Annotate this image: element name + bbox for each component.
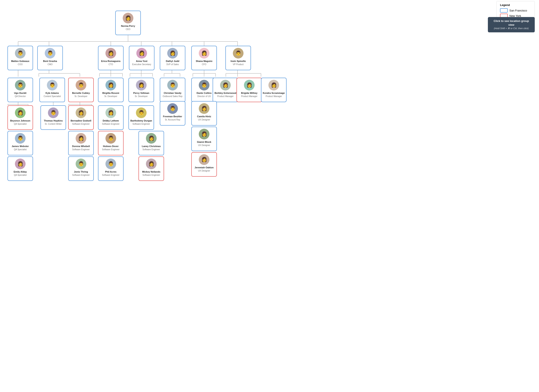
- card-holmes[interactable]: 👨 Holmes Dever Software Engineer: [98, 131, 124, 155]
- title-christian: Outbound Sales Rep: [163, 95, 183, 98]
- name-bartholemy: Bartholemy Durgan: [130, 119, 152, 122]
- avatar-jeremiah: 👩: [199, 154, 209, 165]
- title-beyonce: QA Specialist: [14, 123, 26, 125]
- name-dante: Dante Collins: [197, 91, 212, 94]
- avatar-birgitta: 👩: [106, 80, 116, 90]
- org-chart-container: Legend San Francisco New York Click to s…: [0, 0, 539, 392]
- card-phil[interactable]: 👨 Phil Acres Software Engineer: [98, 156, 124, 181]
- card-bernelle[interactable]: 👨 Bernelle Cubley Sr. Developer: [68, 78, 94, 102]
- card-matteo[interactable]: 👨 Matteo Gobeaux COO: [7, 46, 33, 70]
- card-beyonce[interactable]: 👩 Beyonce Johnson QA Specialist: [7, 105, 33, 130]
- name-bernadine: Bernadine Godsell: [71, 119, 91, 122]
- avatar-kendra: 👩: [269, 80, 279, 90]
- title-brigida: Product Manager: [241, 95, 258, 98]
- name-irwin: Irwin Spinello: [231, 60, 246, 63]
- title-debby: Software Engineer: [102, 123, 120, 125]
- card-dorena[interactable]: 👩 Dorena Whebell Software Engineer: [68, 131, 94, 155]
- title-emily: QA Specialist: [14, 174, 26, 176]
- title-holmes: Software Engineer: [102, 148, 120, 151]
- title-phil: Software Engineer: [102, 174, 120, 176]
- card-jonis[interactable]: 👨 Jonis Thring Software Engineer: [68, 156, 94, 181]
- title-matteo: COO: [18, 63, 23, 66]
- title-kyle: Content Specialist: [44, 95, 61, 98]
- name-shana: Shana Maguire: [196, 60, 212, 63]
- title-thomas: Sr. Content Writer: [45, 123, 62, 125]
- name-gianni: Gianni Block: [197, 141, 211, 143]
- card-kendra[interactable]: 👩 Kendra Scrammage Product Manager: [261, 78, 287, 102]
- avatar-bartholemy: 👨: [136, 108, 147, 118]
- card-irwin[interactable]: 👨 Irwin Spinello VP Product: [225, 46, 251, 70]
- title-norma: CEO: [126, 28, 130, 31]
- card-birgitta[interactable]: 👩 Birgitta Rosoni Sr. Developer: [98, 78, 124, 102]
- title-kendra: Product Manager: [266, 95, 282, 98]
- title-percy: Sr. Developer: [135, 95, 148, 98]
- avatar-emily: 👩: [15, 159, 26, 169]
- card-gianni[interactable]: 👩 Gianni Block UX Designer: [191, 127, 217, 151]
- name-jonis: Jonis Thring: [74, 170, 88, 173]
- name-james: James Webster: [12, 145, 29, 148]
- name-kendra: Kendra Scrammage: [263, 91, 285, 94]
- title-laney: Software Engineer: [143, 148, 160, 151]
- avatar-anna: 👩: [136, 48, 147, 58]
- title-dathyl: SVP of Sales: [166, 63, 179, 66]
- card-shana[interactable]: 👩 Shana Maguire CFO: [191, 46, 217, 70]
- avatar-dathyl: 👩: [167, 48, 178, 58]
- name-brigida: Brigida Withey: [241, 91, 258, 94]
- card-christian[interactable]: 👨 Christian Vandy Outbound Sales Rep: [160, 78, 185, 102]
- card-berkley[interactable]: 👩 Berkley Esherwood Product Manager: [213, 78, 238, 102]
- avatar-shana: 👩: [199, 48, 209, 58]
- name-freeman: Freeman Beuhler: [163, 115, 182, 118]
- card-brigida[interactable]: 👩 Brigida Withey Product Manager: [236, 78, 262, 102]
- avatar-matteo: 👨: [15, 48, 26, 58]
- avatar-james: 👨: [15, 133, 26, 144]
- card-jeremiah[interactable]: 👩 Jeremiah Oakton UX Designer: [191, 152, 217, 177]
- title-dante: Director of UX: [197, 95, 211, 98]
- avatar-dorena: 👩: [76, 133, 86, 144]
- card-laney[interactable]: 👩 Laney Christmas Software Engineer: [139, 131, 164, 155]
- card-ugo[interactable]: 👨 Ugo Duckit QA Director: [7, 78, 33, 102]
- title-jonis: Software Engineer: [72, 174, 90, 176]
- title-shana: CFO: [202, 63, 206, 66]
- avatar-laney: 👩: [146, 133, 157, 144]
- card-bartholemy[interactable]: 👨 Bartholemy Durgan Software Engineer: [129, 105, 154, 130]
- card-freeman[interactable]: 👨 Freeman Beuhler Sr. Account Rep: [160, 101, 185, 126]
- card-emily[interactable]: 👩 Emily Alday QA Specialist: [7, 156, 33, 181]
- card-percy[interactable]: 👩 Percy Veltman Sr. Developer: [129, 78, 154, 102]
- name-norma: Norma Perry: [121, 24, 135, 28]
- card-norma[interactable]: 👩 Norma Perry CEO: [115, 11, 141, 35]
- card-dathyl[interactable]: 👩 Dathyl Judd SVP of Sales: [160, 46, 185, 70]
- title-erica: CTO: [109, 63, 113, 66]
- title-gianni: UX Designer: [198, 144, 210, 147]
- avatar-percy: 👩: [136, 80, 147, 90]
- name-ugo: Ugo Duckit: [14, 91, 26, 94]
- avatar-irwin: 👨: [233, 48, 244, 58]
- title-freeman: Sr. Account Rep: [165, 118, 180, 121]
- card-anna[interactable]: 👩 Anna Yost Executive Secretary: [129, 46, 154, 70]
- avatar-freeman: 👨: [167, 103, 178, 114]
- name-christian: Christian Vandy: [164, 91, 181, 94]
- avatar-bernelle: 👨: [76, 80, 86, 90]
- title-irwin: VP Product: [233, 63, 244, 66]
- avatar-camila: 👩: [199, 103, 209, 114]
- card-bent[interactable]: 👨 Bent Grasha CMO: [37, 46, 63, 70]
- avatar-kyle: 👨: [47, 80, 58, 90]
- name-bernelle: Bernelle Cubley: [72, 91, 90, 94]
- card-kyle[interactable]: 👨 Kyle Adams Content Specialist: [39, 78, 65, 102]
- card-erica[interactable]: 👩 Erica Romaguera CTO: [98, 46, 124, 70]
- avatar-beyonce: 👩: [15, 108, 26, 118]
- card-debby[interactable]: 👩 Debby Lethem Software Engineer: [98, 105, 124, 130]
- avatar-debby: 👩: [106, 108, 116, 118]
- avatar-gianni: 👩: [199, 129, 209, 139]
- card-mickey[interactable]: 👩 Mickey Neilands Software Engineer: [139, 156, 164, 181]
- avatar-brigida: 👩: [244, 80, 255, 90]
- card-bernadine[interactable]: 👩 Bernadine Godsell Software Engineer: [68, 105, 94, 130]
- name-phil: Phil Acres: [105, 170, 116, 173]
- name-erica: Erica Romaguera: [101, 60, 120, 63]
- title-birgitta: Sr. Developer: [104, 95, 117, 98]
- card-james[interactable]: 👨 James Webster QA Specialist: [7, 131, 33, 155]
- card-camila[interactable]: 👩 Camila Hintz UX Designer: [191, 101, 217, 126]
- name-jeremiah: Jeremiah Oakton: [194, 166, 213, 169]
- card-thomas[interactable]: 👨 Thomas Hopkins Sr. Content Writer: [40, 105, 66, 130]
- name-percy: Percy Veltman: [133, 91, 149, 94]
- title-anna: Executive Secretary: [132, 63, 151, 66]
